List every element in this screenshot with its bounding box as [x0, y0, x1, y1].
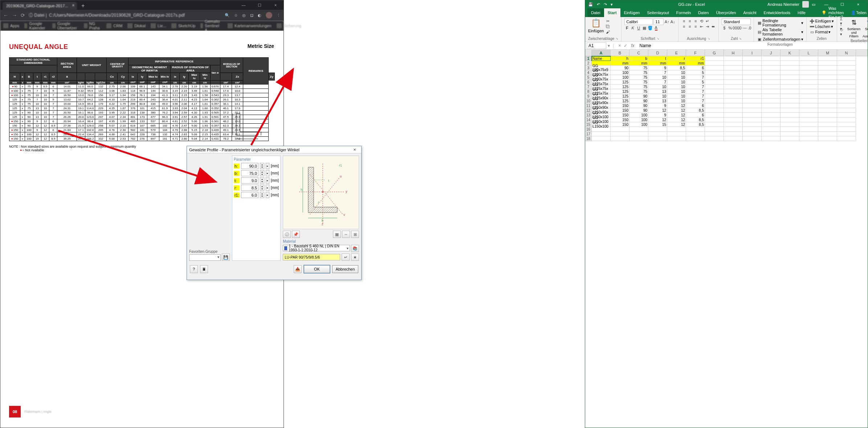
bookmark-item[interactable]: Lie... — [151, 23, 166, 28]
cell[interactable] — [818, 122, 837, 127]
menu-icon[interactable]: ⋮ — [277, 13, 281, 18]
format-cells[interactable]: ▭Format ▾ — [810, 29, 831, 34]
cell[interactable] — [818, 113, 837, 118]
cell[interactable] — [781, 136, 799, 141]
bookmark-item[interactable]: CRM — [106, 23, 122, 28]
ext-icon[interactable]: ⊡ — [250, 13, 253, 18]
address-bar[interactable]: ⓘ Datei | C:/Users/NiemeierA/Downloads/2… — [29, 12, 221, 18]
cell[interactable] — [781, 122, 799, 127]
cell[interactable] — [799, 61, 818, 66]
cell[interactable]: b — [629, 56, 648, 61]
cell[interactable]: mm — [667, 61, 686, 66]
row-header[interactable]: 16 — [585, 127, 592, 132]
cell[interactable]: mm — [686, 61, 705, 66]
cell[interactable] — [705, 132, 724, 136]
cell[interactable] — [837, 99, 856, 103]
cell[interactable] — [743, 66, 762, 70]
cell[interactable] — [799, 56, 818, 61]
row-header[interactable]: 11 — [585, 103, 592, 108]
cell[interactable] — [743, 127, 762, 132]
row-header[interactable]: 17 — [585, 132, 592, 136]
cell[interactable] — [743, 70, 762, 75]
cell[interactable] — [686, 136, 705, 141]
avatar-icon[interactable] — [266, 12, 272, 18]
border-icon[interactable]: ▦ — [642, 25, 647, 30]
close-tab-icon[interactable]: × — [72, 3, 75, 8]
cell[interactable]: 7 — [686, 99, 705, 103]
cell[interactable]: 8,5 — [667, 66, 686, 70]
tab-entwicklertools[interactable]: Entwicklertools — [760, 8, 794, 17]
cell[interactable] — [724, 56, 743, 61]
find-select[interactable]: 🔍 Suchen und Auswählen — [863, 18, 868, 38]
column-header[interactable]: D — [648, 50, 667, 56]
cell[interactable] — [724, 122, 743, 127]
worksheet[interactable]: ABCDEFGHIJKLMN 1Namehbtrr12mmmmmmmmmm3GG… — [585, 50, 868, 141]
cell[interactable] — [724, 118, 743, 122]
tell-me[interactable]: 💡Was möchten Sie tun? — [818, 8, 847, 17]
help-icon[interactable]: ? — [190, 265, 198, 273]
fx-accept-icon[interactable]: ✓ — [624, 43, 627, 48]
cell[interactable]: 90 — [629, 103, 648, 108]
cell[interactable] — [724, 136, 743, 141]
account-name[interactable]: Andreas Niemeier — [767, 2, 799, 7]
column-header[interactable]: K — [781, 50, 799, 56]
bookmark-item[interactable]: Dlokal — [127, 23, 146, 28]
cell[interactable]: 13 — [648, 89, 667, 94]
cell[interactable] — [837, 136, 856, 141]
tab-ansicht[interactable]: Ansicht — [739, 8, 760, 17]
cell[interactable] — [781, 113, 799, 118]
column-header[interactable]: C — [629, 50, 648, 56]
cell[interactable] — [837, 122, 856, 127]
param-input[interactable]: 9.0 — [241, 177, 258, 184]
ext2-icon[interactable]: ◐ — [258, 13, 261, 18]
cell[interactable] — [629, 127, 648, 132]
cell[interactable]: 7 — [648, 70, 667, 75]
cell[interactable]: 7 — [686, 89, 705, 94]
tab-ueberpruefen[interactable]: Überprüfen — [712, 8, 739, 17]
cell[interactable] — [837, 118, 856, 122]
cell[interactable] — [781, 85, 799, 89]
fx-icon[interactable]: fx — [631, 43, 634, 48]
bookmark-item[interactable]: Google Übersetzer — [52, 21, 79, 30]
bookmark-item[interactable]: NG Praha — [84, 21, 101, 30]
cell[interactable] — [705, 89, 724, 94]
cell[interactable]: 9 — [648, 66, 667, 70]
delete-cells[interactable]: ➖Löschen ▾ — [810, 24, 834, 29]
cell[interactable]: mm — [629, 61, 648, 66]
cell[interactable] — [762, 136, 781, 141]
font-color-icon[interactable]: A — [653, 25, 659, 30]
qat-more-icon[interactable]: ▾ — [611, 2, 613, 7]
cell[interactable] — [762, 85, 781, 89]
cell[interactable] — [724, 132, 743, 136]
param-input[interactable]: 8.5 — [241, 185, 258, 191]
cell[interactable] — [799, 118, 818, 122]
fx-cancel-icon[interactable]: × — [618, 43, 621, 48]
cell[interactable]: 75 — [629, 75, 648, 80]
thousands-icon[interactable]: 000 — [733, 25, 738, 30]
cell[interactable] — [724, 127, 743, 132]
cell[interactable] — [799, 80, 818, 85]
indent-dec-icon[interactable]: ⇤ — [699, 24, 704, 29]
cell[interactable] — [743, 99, 762, 103]
cell[interactable]: 100 — [611, 75, 629, 80]
param-input[interactable]: 75.0 — [241, 170, 258, 176]
new-tab-button[interactable]: + — [79, 2, 87, 10]
cell[interactable] — [592, 132, 611, 136]
cell[interactable]: 150 — [611, 108, 629, 113]
spinner-icon[interactable]: ▲▼ — [260, 185, 264, 191]
cell[interactable] — [762, 61, 781, 66]
close-icon[interactable]: × — [268, 0, 284, 10]
cell[interactable]: 75 — [629, 66, 648, 70]
cell[interactable]: 12 — [667, 113, 686, 118]
row-header[interactable]: 1 — [585, 56, 592, 61]
cell[interactable] — [818, 136, 837, 141]
cell[interactable] — [743, 80, 762, 85]
code-apply-icon[interactable]: ↵ — [342, 254, 350, 261]
save-icon[interactable]: 💾 — [588, 2, 593, 7]
cell[interactable] — [837, 132, 856, 136]
bookmark-item[interactable]: Google Kalender — [24, 21, 47, 30]
shrink-font-icon[interactable]: A↓ — [670, 19, 675, 24]
view-arrows-icon[interactable]: ↔ — [342, 231, 350, 238]
cell[interactable] — [818, 99, 837, 103]
param-input[interactable]: 90.0 — [241, 163, 258, 169]
